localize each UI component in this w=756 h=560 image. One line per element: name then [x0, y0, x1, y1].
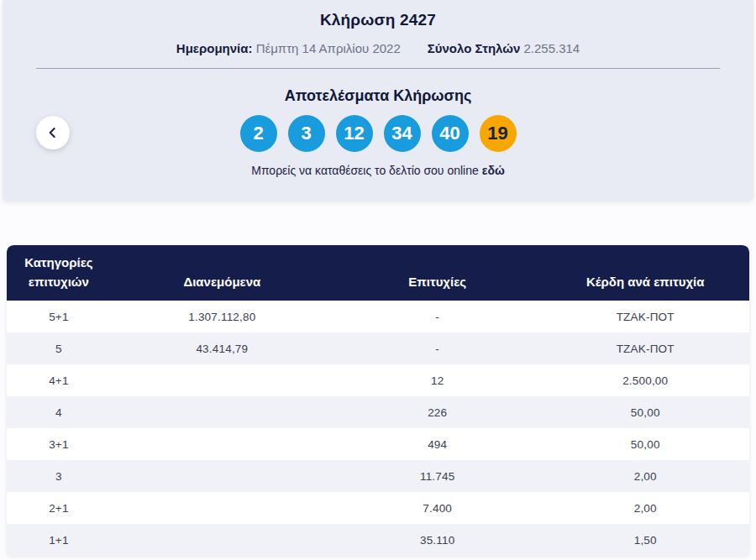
cell-distributed: 43.414,79 [111, 343, 333, 355]
cell-wins: 11.745 [333, 470, 542, 483]
cell-category: 5 [7, 343, 111, 355]
bonus-number-ball: 19 [480, 115, 517, 152]
columns-label: Σύνολο Στηλών [428, 41, 521, 55]
chevron-left-icon [45, 124, 61, 141]
table-row: 3+1 494 50,00 [7, 428, 749, 460]
table-body: 5+1 1.307.112,80 - ΤΖΑΚ-ΠΟΤ 5 43.414,79 … [7, 301, 749, 556]
cell-category: 1+1 [7, 534, 111, 547]
cell-category: 3 [7, 470, 111, 483]
col-header-categories: Κατηγορίες επιτυχιών [7, 253, 111, 301]
number-ball: 40 [432, 115, 469, 152]
cell-prize: 1,50 [541, 534, 749, 547]
draw-title: Κλήρωση 2427 [3, 11, 753, 29]
draw-summary-panel: Κλήρωση 2427 Ημερομηνία: Πέμπτη 14 Απριλ… [3, 0, 753, 201]
table-row: 4 226 50,00 [7, 396, 749, 428]
number-ball: 34 [384, 115, 421, 152]
columns-value: 2.255.314 [523, 41, 580, 55]
cell-prize: 2,00 [541, 470, 749, 483]
cell-wins: 35.110 [333, 534, 542, 547]
cell-wins: 494 [333, 438, 542, 451]
table-row: 4+1 12 2.500,00 [7, 364, 749, 396]
cell-wins: 12 [333, 374, 542, 387]
winning-numbers: 2312344019 [3, 115, 753, 152]
table-row: 2+1 7.400 2,00 [7, 492, 749, 524]
number-ball: 2 [240, 115, 277, 152]
cell-prize: 2,00 [541, 502, 749, 515]
cell-category: 3+1 [7, 438, 111, 451]
col-header-distributed: Διανεμόμενα [111, 272, 333, 301]
col-header-wins: Επιτυχίες [333, 272, 542, 301]
cell-wins: 7.400 [333, 502, 542, 515]
table-row: 5 43.414,79 - ΤΖΑΚ-ΠΟΤ [7, 332, 749, 364]
prizes-table: Κατηγορίες επιτυχιών Διανεμόμενα Επιτυχί… [7, 245, 749, 556]
draw-meta: Ημερομηνία: Πέμπτη 14 Απριλίου 2022 Σύνο… [3, 41, 753, 55]
cell-category: 4 [7, 406, 111, 419]
cell-prize: ΤΖΑΚ-ΠΟΤ [541, 311, 749, 323]
cell-prize: 2.500,00 [541, 374, 749, 387]
table-row: 5+1 1.307.112,80 - ΤΖΑΚ-ΠΟΤ [7, 301, 749, 332]
cell-category: 5+1 [7, 311, 111, 323]
table-header-row: Κατηγορίες επιτυχιών Διανεμόμενα Επιτυχί… [7, 245, 749, 301]
table-row: 3 11.745 2,00 [7, 460, 749, 492]
cell-prize: ΤΖΑΚ-ΠΟΤ [541, 343, 749, 355]
date-label: Ημερομηνία: [176, 41, 253, 55]
cell-prize: 50,00 [541, 406, 749, 419]
cell-category: 4+1 [7, 374, 111, 387]
total-columns: Σύνολο Στηλών 2.255.314 [428, 41, 580, 55]
online-text-prefix: Μπορείς να καταθέσεις το δελτίο σου onli… [251, 164, 479, 177]
cell-wins: - [333, 311, 542, 323]
table-row: 1+1 35.110 1,50 [7, 524, 749, 556]
online-text: Μπορείς να καταθέσεις το δελτίο σου onli… [3, 164, 753, 177]
number-ball: 12 [336, 115, 373, 152]
divider [36, 68, 720, 69]
online-link[interactable]: εδώ [482, 164, 505, 177]
col-header-prize: Κέρδη ανά επιτυχία [541, 272, 749, 301]
cell-wins: 226 [333, 406, 542, 419]
results-title: Αποτελέσματα Κλήρωσης [3, 87, 753, 105]
cell-prize: 50,00 [541, 438, 749, 451]
cell-distributed: 1.307.112,80 [111, 311, 333, 323]
date-value: Πέμπτη 14 Απριλίου 2022 [256, 41, 401, 55]
back-button[interactable] [36, 116, 70, 149]
number-ball: 3 [288, 115, 325, 152]
cell-wins: - [333, 343, 542, 355]
cell-category: 2+1 [7, 502, 111, 515]
draw-date: Ημερομηνία: Πέμπτη 14 Απριλίου 2022 [176, 41, 401, 55]
